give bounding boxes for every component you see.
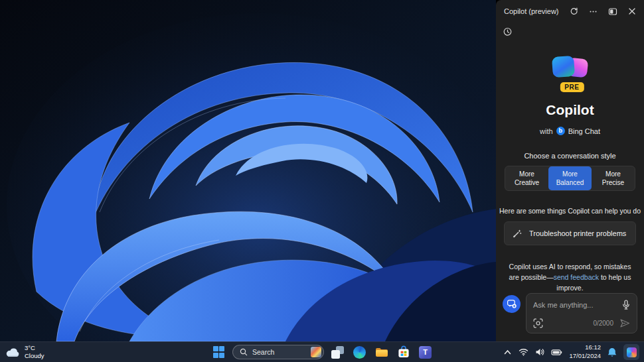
more-options-icon[interactable]	[589, 7, 598, 16]
store-icon	[397, 345, 410, 359]
conversation-style-group: More Creative More Balanced More Precise	[505, 166, 635, 191]
task-view-icon	[331, 346, 344, 359]
start-icon	[213, 346, 225, 358]
notification-bell-icon[interactable]	[607, 347, 617, 357]
with-bing-row: with b Bing Chat	[496, 127, 644, 135]
new-topic-button[interactable]	[503, 295, 521, 313]
open-in-window-icon[interactable]	[608, 7, 617, 16]
help-heading: Here are some things Copilot can help yo…	[496, 207, 644, 215]
tools-icon	[513, 229, 522, 238]
teams-icon: T	[419, 346, 432, 359]
send-feedback-link[interactable]: send feedback	[554, 273, 599, 281]
search-box[interactable]: Search	[232, 345, 324, 359]
preview-badge: PRE	[560, 82, 584, 92]
search-highlight-image[interactable]	[311, 347, 321, 357]
ask-input-box[interactable]: Ask me anything...	[526, 293, 637, 333]
copilot-logo-left-tile	[551, 56, 574, 78]
style-more-precise-button[interactable]: More Precise	[592, 166, 635, 190]
bing-icon: b	[556, 127, 565, 135]
style-more-balanced-button[interactable]: More Balanced	[548, 166, 592, 190]
volume-icon[interactable]	[535, 348, 544, 356]
style-more-creative-button[interactable]: More Creative	[505, 166, 548, 190]
teams-button[interactable]: T	[417, 344, 434, 361]
copilot-input-area: Ask me anything...	[496, 293, 644, 341]
close-icon[interactable]	[628, 7, 636, 15]
desktop-wallpaper	[0, 0, 496, 341]
copilot-tray-button[interactable]	[623, 344, 639, 360]
with-label: with	[540, 127, 553, 135]
weather-widget[interactable]: 3°C Cloudy	[5, 342, 44, 362]
wifi-icon[interactable]	[519, 348, 528, 356]
taskbar-center: Search	[210, 342, 434, 362]
taskbar: 3°C Cloudy Search	[0, 341, 644, 362]
windows-desktop-screen: Copilot (preview)	[0, 0, 644, 362]
suggestion-troubleshoot-printer[interactable]: Troubleshoot printer problems	[504, 221, 636, 245]
copilot-panel-title: Copilot (preview)	[504, 7, 570, 15]
copilot-panel-header: Copilot (preview)	[496, 0, 644, 20]
copilot-header-actions	[570, 7, 636, 16]
copilot-panel: Copilot (preview)	[496, 0, 644, 341]
battery-icon[interactable]	[551, 349, 562, 356]
input-bottom-row: 0/2000	[533, 318, 630, 328]
clock-widget[interactable]: 16:12 17/01/2024	[569, 343, 601, 361]
weather-text: 3°C Cloudy	[25, 344, 44, 360]
copilot-app-name: Copilot	[496, 102, 644, 118]
task-view-button[interactable]	[329, 344, 346, 361]
hidden-icons-chevron[interactable]	[503, 349, 512, 355]
bing-chat-label: Bing Chat	[568, 127, 600, 135]
copilot-logo: PRE	[552, 56, 589, 87]
edge-button[interactable]	[351, 344, 368, 361]
chat-history-row	[496, 20, 644, 39]
chat-history-icon[interactable]	[503, 27, 513, 36]
ask-input-placeholder[interactable]: Ask me anything...	[533, 301, 622, 309]
search-label: Search	[252, 348, 306, 356]
bloom-wallpaper-art	[0, 0, 496, 341]
copilot-tray-icon	[627, 347, 637, 357]
start-button[interactable]	[210, 344, 227, 361]
weather-condition: Cloudy	[25, 352, 44, 360]
tray-time: 16:12	[569, 343, 601, 352]
search-icon	[240, 348, 248, 356]
system-tray: 16:12 17/01/2024	[503, 342, 639, 362]
screenshot-icon[interactable]	[533, 318, 543, 328]
conversation-style-heading: Choose a conversation style	[496, 152, 644, 160]
suggestion-label: Troubleshoot printer problems	[529, 229, 626, 237]
edge-icon	[353, 346, 366, 359]
refresh-icon[interactable]	[570, 7, 578, 16]
cloud-icon	[5, 347, 20, 357]
tray-date: 17/01/2024	[569, 352, 601, 361]
store-button[interactable]	[395, 344, 412, 361]
copilot-logo-wrap: PRE	[496, 56, 644, 91]
ai-disclaimer: Copilot uses AI to respond, so mistakes …	[506, 262, 634, 293]
weather-temp: 3°C	[25, 344, 44, 352]
file-explorer-icon	[375, 347, 388, 357]
copilot-content: PRE Copilot with b Bing Chat Choose a co…	[496, 39, 644, 293]
file-explorer-button[interactable]	[373, 344, 390, 361]
character-counter: 0/2000	[593, 320, 613, 327]
input-top-row: Ask me anything...	[533, 300, 630, 310]
microphone-icon[interactable]	[622, 300, 630, 310]
send-icon[interactable]	[619, 318, 630, 328]
